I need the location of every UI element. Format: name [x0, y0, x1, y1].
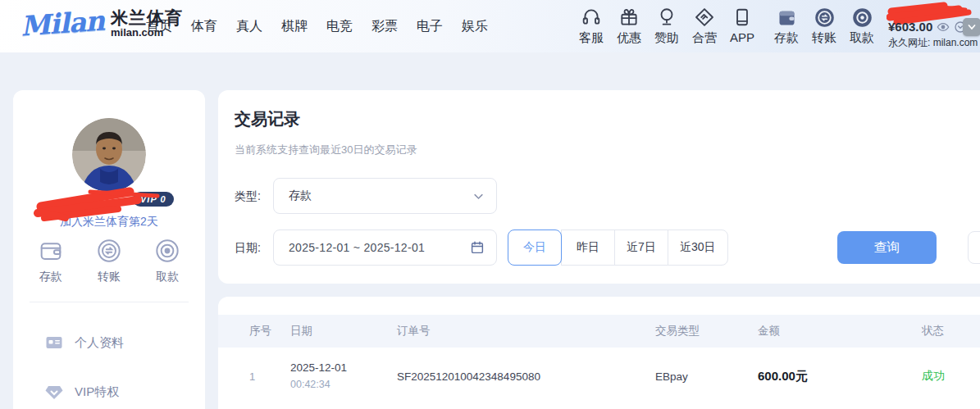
util-transfer[interactable]: 转账: [807, 6, 841, 46]
row-index: 1: [249, 370, 290, 383]
col-type: 交易类型: [655, 324, 758, 339]
handshake-icon: [694, 6, 715, 29]
header-utils: 客服 优惠 赞助 合营: [574, 6, 759, 46]
type-select-value: 存款: [289, 189, 472, 203]
redaction-scribble: [33, 182, 164, 221]
range-7days-button[interactable]: 近7日: [614, 229, 668, 266]
row-status: 成功: [922, 369, 980, 384]
nav-item-slots[interactable]: 电子: [417, 18, 443, 35]
logo-script-text: Milan: [20, 4, 105, 42]
sidebar-transfer[interactable]: 转账: [96, 238, 122, 284]
util-app[interactable]: APP: [725, 6, 759, 46]
sidebar-deposit[interactable]: 存款: [38, 238, 64, 284]
col-amount: 金额: [758, 324, 922, 339]
util-promotions[interactable]: 优惠: [612, 6, 646, 46]
page-title: 交易记录: [235, 108, 300, 130]
transaction-filter-card: 交易记录 当前系统支持查询最近30日的交易记录 类型: 存款 日期: 2025-…: [218, 90, 980, 284]
main-nav: 首页 体育 真人 棋牌 电竞 彩票 电子 娱乐: [146, 0, 488, 52]
row-time: 00:42:34: [290, 379, 330, 390]
header-wallet-utils: 存款 转账 取款: [769, 6, 879, 46]
calendar-icon: [470, 240, 485, 255]
nav-item-chess[interactable]: 棋牌: [281, 18, 308, 35]
nav-item-entertainment[interactable]: 娱乐: [462, 18, 488, 35]
sidebar-quick-actions: 存款 转账 取款: [21, 238, 197, 284]
col-status: 状态: [922, 324, 980, 339]
range-today-button[interactable]: 今日: [508, 229, 562, 266]
gift-icon: [618, 6, 640, 29]
sidebar-withdraw[interactable]: 取款: [154, 238, 180, 284]
date-label: 日期:: [235, 229, 261, 266]
phone-icon: [732, 6, 753, 29]
range-yesterday-button[interactable]: 昨日: [561, 229, 615, 266]
id-card-icon: [44, 333, 64, 352]
nav-item-lottery[interactable]: 彩票: [371, 18, 398, 35]
col-index: 序号: [249, 324, 290, 339]
transfer-icon: [814, 6, 836, 29]
nav-item-home[interactable]: 首页: [146, 18, 172, 35]
balance-amount: ¥603.00: [888, 20, 932, 34]
quick-range-group: 今日 昨日 近7日 近30日: [508, 229, 728, 266]
wallet-icon: [38, 238, 64, 264]
gem-icon: [44, 382, 64, 402]
util-withdraw[interactable]: 取款: [845, 6, 879, 46]
withdraw-icon: [154, 238, 180, 264]
row-date: 2025-12-01 00:42:34: [290, 360, 397, 393]
query-button[interactable]: 查询: [837, 231, 937, 264]
verified-badge-icon: [963, 18, 980, 36]
type-select[interactable]: 存款: [273, 178, 497, 214]
col-date: 日期: [290, 324, 397, 339]
util-affiliate[interactable]: 合营: [687, 6, 722, 46]
util-sponsorship[interactable]: 赞助: [650, 6, 684, 46]
reset-button[interactable]: [968, 231, 980, 264]
sidebar-item-profile[interactable]: 个人资料: [44, 333, 124, 352]
nav-item-sports[interactable]: 体育: [191, 18, 217, 35]
permanent-url: 永久网址: milan.com: [888, 36, 978, 50]
row-transaction-type: EBpay: [655, 370, 758, 383]
eye-icon[interactable]: [937, 20, 950, 34]
range-30days-button[interactable]: 近30日: [668, 229, 728, 266]
chevron-down-icon: [472, 190, 485, 202]
row-amount: 600.00元: [758, 369, 922, 384]
wallet-icon: [776, 6, 798, 29]
avatar: [72, 118, 146, 192]
top-header: Milan 米兰体育 milan.com 首页 体育 真人 棋牌 电竞 彩票 电…: [0, 0, 980, 52]
util-customer-service[interactable]: 客服: [574, 6, 609, 46]
headset-icon: [581, 6, 602, 29]
table-row: 1 2025-12-01 00:42:34 SF2025120100423484…: [218, 348, 980, 405]
transfer-icon: [96, 238, 122, 264]
transaction-table-card: 序号 日期 订单号 交易类型 金额 状态 1 2025-12-01 00:42:…: [218, 297, 980, 409]
sidebar-divider: [30, 302, 189, 302]
sidebar-item-vip[interactable]: VIP特权: [44, 382, 119, 402]
trophy-icon: [656, 6, 677, 29]
nav-item-esports[interactable]: 电竞: [326, 18, 353, 35]
date-range-value: 2025-12-01 ~ 2025-12-01: [289, 241, 470, 254]
withdraw-icon: [851, 6, 873, 29]
table-header-row: 序号 日期 订单号 交易类型 金额 状态: [218, 315, 980, 348]
page-subtitle: 当前系统支持查询最近30日的交易记录: [235, 143, 417, 157]
date-range-input[interactable]: 2025-12-01 ~ 2025-12-01: [273, 229, 497, 266]
nav-item-live[interactable]: 真人: [236, 18, 262, 35]
row-order-number: SF202512010042348495080: [397, 370, 655, 383]
type-label: 类型:: [235, 178, 261, 214]
col-order: 订单号: [397, 324, 655, 339]
util-deposit[interactable]: 存款: [769, 6, 804, 46]
profile-sidebar: VIP 0 加入米兰体育第2天 存款 转账: [13, 90, 205, 409]
